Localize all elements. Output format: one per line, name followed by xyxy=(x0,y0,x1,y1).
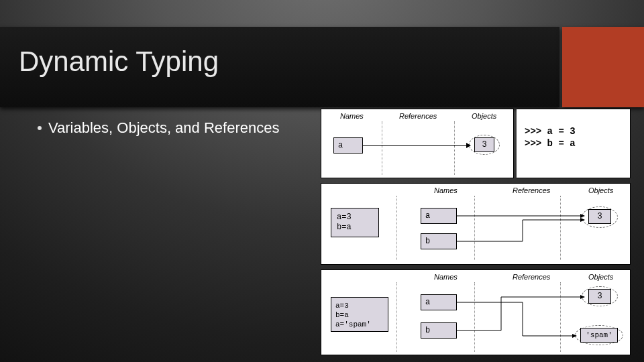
code-line: >>> b = a xyxy=(525,137,622,149)
diagram-2: Names References Objects a=3 b=a a b 3 xyxy=(321,183,631,265)
bullet-dot-icon xyxy=(38,126,42,130)
col-divider xyxy=(454,121,455,175)
d1-name-box: a xyxy=(333,137,363,154)
bullet-text: Variables, Objects, and References xyxy=(48,119,279,137)
slide-title: Dynamic Typing xyxy=(19,46,219,78)
arrow-head-icon xyxy=(466,143,471,148)
d1-object-value: 3 xyxy=(474,137,494,152)
col-header-names: Names xyxy=(340,112,364,120)
title-accent-block xyxy=(562,27,644,107)
diagram-1: Names References Objects a 3 xyxy=(321,109,514,178)
bullet-item: Variables, Objects, and References xyxy=(38,119,279,137)
d3-arrows xyxy=(321,270,631,356)
diagram-3: Names References Objects a=3 b=a a='spam… xyxy=(321,269,631,355)
code-line: >>> a = 3 xyxy=(525,125,622,137)
col-divider xyxy=(382,121,382,175)
arrow-icon xyxy=(363,145,469,146)
col-header-objects: Objects xyxy=(472,112,496,120)
d2-arrows xyxy=(321,184,631,265)
code-side-panel: >>> a = 3 >>> b = a xyxy=(517,109,631,178)
title-bar: Dynamic Typing xyxy=(0,27,644,107)
col-header-references: References xyxy=(399,112,437,120)
